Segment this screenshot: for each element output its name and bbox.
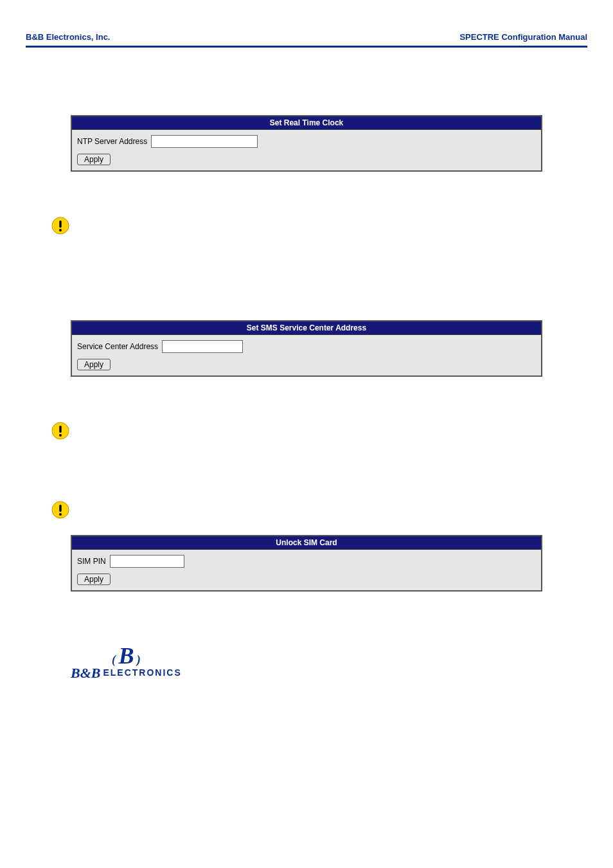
svg-rect-4 <box>59 426 61 433</box>
logo-electronics: ELECTRONICS <box>103 667 181 678</box>
svg-rect-7 <box>59 505 61 512</box>
label-ntp-address: NTP Server Address <box>77 137 147 146</box>
heading-rtc: 1.30 Set Internal Clock <box>71 63 542 73</box>
logo-bb: B&B <box>71 667 100 680</box>
svg-point-5 <box>59 434 62 437</box>
paragraph-unlock: The SPECTRE 3G router supports installed… <box>71 449 542 488</box>
svg-rect-1 <box>59 221 61 228</box>
label-service-center-address: Service Center Address <box>77 342 158 351</box>
doc-title: SPECTRE Configuration Manual <box>459 32 587 42</box>
apply-button-unlock[interactable]: Apply <box>77 574 111 585</box>
panel-set-sms-service-center: Set SMS Service Center Address Service C… <box>71 320 542 377</box>
caption-sms: Figure 1.72 Set SMS Service Center Addre… <box>71 382 542 392</box>
panel-title-unlock: Unlock SIM Card <box>72 536 541 550</box>
panel-set-real-time-clock: Set Real Time Clock NTP Server Address A… <box>71 115 542 172</box>
panel-title-rtc: Set Real Time Clock <box>72 116 541 130</box>
warning-icon <box>51 501 69 519</box>
label-sim-pin: SIM PIN <box>77 557 106 566</box>
warning-text-unlock-1: This menu item is not available on SPECT… <box>84 420 542 433</box>
service-center-address-input[interactable] <box>162 340 243 353</box>
sim-pin-input[interactable] <box>110 555 184 568</box>
company-name: B&B Electronics, Inc. <box>26 32 110 42</box>
paragraph-sms: In some cases it is needed to set the ph… <box>71 244 542 309</box>
svg-point-2 <box>59 229 62 231</box>
ntp-server-address-input[interactable] <box>151 135 258 148</box>
warning-icon <box>51 217 69 235</box>
apply-button-rtc[interactable]: Apply <box>77 154 111 165</box>
footer-logo: ( B ) B&B ELECTRONICS <box>71 646 587 680</box>
panel-unlock-sim-card: Unlock SIM Card SIM PIN Apply <box>71 535 542 592</box>
caption-unlock: Figure 1.73 Unlock SIM Card <box>71 597 542 607</box>
warning-text-unlock-2: The SIM card is blocked after three fail… <box>84 500 542 526</box>
warning-text-sms: This menu item is not available on SPECT… <box>84 215 542 228</box>
heading-unlock: 1.32 Unlock SIM Card <box>71 406 542 417</box>
paragraph-rtc: The Administration > Set Real Time Clock… <box>71 77 542 104</box>
apply-button-sms[interactable]: Apply <box>77 359 111 370</box>
caption-rtc: Figure 1.71 Set Real Time Clock <box>71 177 542 187</box>
svg-point-8 <box>59 513 62 516</box>
header-divider <box>26 46 587 48</box>
heading-sms: 1.31 Set SMS Service Center Address <box>71 201 542 212</box>
warning-icon <box>51 422 69 440</box>
panel-title-sms: Set SMS Service Center Address <box>72 321 541 335</box>
logo-letter: B <box>118 643 134 669</box>
